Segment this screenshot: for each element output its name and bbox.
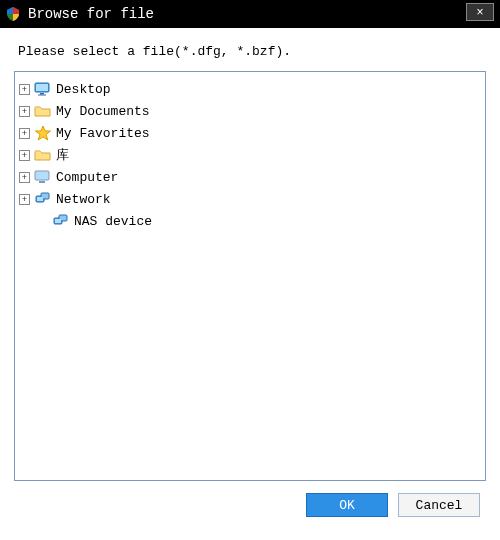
instruction-text: Please select a file(*.dfg, *.bzf). <box>18 44 486 59</box>
svg-rect-6 <box>39 181 45 183</box>
network-icon <box>34 191 52 207</box>
app-shield-icon <box>6 7 20 21</box>
folder-icon <box>34 103 52 119</box>
svg-rect-2 <box>40 93 44 95</box>
svg-rect-9 <box>37 197 43 201</box>
ok-button[interactable]: OK <box>306 493 388 517</box>
svg-rect-12 <box>55 219 61 223</box>
expander-plus-icon[interactable]: + <box>19 150 30 161</box>
titlebar: Browse for file × <box>0 0 500 28</box>
tree-item-label: 库 <box>56 146 69 164</box>
expander-plus-icon[interactable]: + <box>19 84 30 95</box>
close-icon: × <box>476 5 483 19</box>
cancel-button[interactable]: Cancel <box>398 493 480 517</box>
tree-item-label: Network <box>56 192 111 207</box>
tree-item-label: NAS device <box>74 214 152 229</box>
tree-item[interactable]: +My Favorites <box>19 122 481 144</box>
tree-item-label: Desktop <box>56 82 111 97</box>
star-icon <box>34 125 52 141</box>
expander-plus-icon[interactable]: + <box>19 128 30 139</box>
computer-icon <box>34 169 52 185</box>
tree-item[interactable]: +Network <box>19 188 481 210</box>
tree-item[interactable]: +库 <box>19 144 481 166</box>
monitor-icon <box>34 81 52 97</box>
svg-rect-3 <box>38 95 46 96</box>
tree-item-label: My Documents <box>56 104 150 119</box>
tree-item-label: My Favorites <box>56 126 150 141</box>
expander-plus-icon[interactable]: + <box>19 194 30 205</box>
network-icon <box>52 213 70 229</box>
tree-item[interactable]: +My Documents <box>19 100 481 122</box>
tree-item[interactable]: +Desktop <box>19 78 481 100</box>
tree-item[interactable]: NAS device <box>19 210 481 232</box>
expander-plus-icon[interactable]: + <box>19 106 30 117</box>
file-tree[interactable]: +Desktop+My Documents+My Favorites+库+Com… <box>14 71 486 481</box>
tree-item[interactable]: +Computer <box>19 166 481 188</box>
tree-item-label: Computer <box>56 170 118 185</box>
expander-none <box>37 216 48 227</box>
svg-rect-1 <box>36 84 48 91</box>
folder-icon <box>34 147 52 163</box>
svg-rect-5 <box>37 173 48 179</box>
dialog-body: Please select a file(*.dfg, *.bzf). +Des… <box>0 28 500 531</box>
button-row: OK Cancel <box>14 493 486 517</box>
expander-plus-icon[interactable]: + <box>19 172 30 183</box>
close-button[interactable]: × <box>466 3 494 21</box>
window-title: Browse for file <box>28 6 154 22</box>
